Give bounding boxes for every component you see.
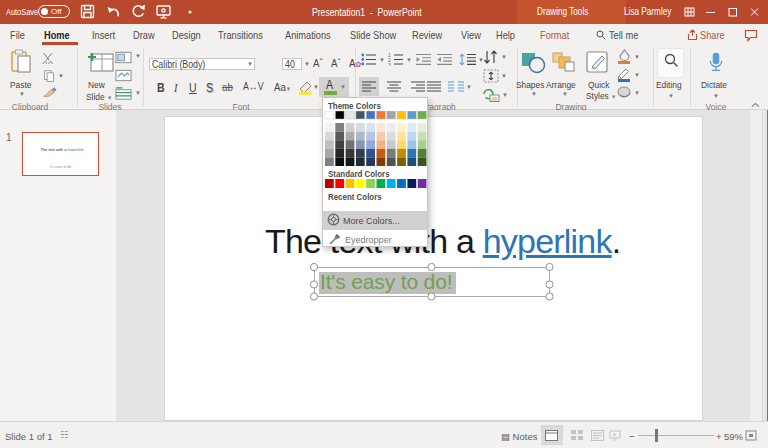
svg-text:It's easy to do!: It's easy to do! xyxy=(50,165,72,169)
svg-text:3: 3 xyxy=(388,62,391,67)
svg-text:The text with a hyperlink: The text with a hyperlink xyxy=(40,147,83,151)
